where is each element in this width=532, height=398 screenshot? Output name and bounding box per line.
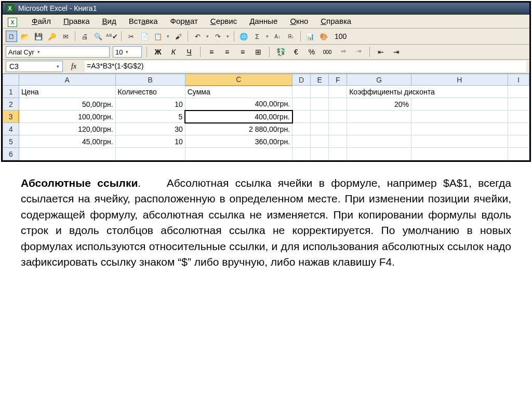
cell[interactable]: [19, 148, 115, 160]
menu-window[interactable]: Окно: [290, 17, 308, 26]
cell[interactable]: 50,00грн.: [19, 98, 115, 111]
cell[interactable]: [508, 86, 529, 98]
underline-button[interactable]: Ч: [183, 46, 195, 58]
italic-button[interactable]: К: [167, 46, 180, 58]
column-header-B[interactable]: B: [115, 74, 185, 86]
row-header-3[interactable]: 3: [3, 111, 19, 123]
cell[interactable]: [347, 123, 411, 135]
new-button[interactable]: 🗋: [6, 31, 17, 42]
bold-button[interactable]: Ж: [152, 46, 164, 58]
redo-button[interactable]: ↷: [212, 31, 223, 42]
print-button[interactable]: 🖨: [79, 31, 90, 42]
redo-dropdown-icon[interactable]: ▾: [225, 34, 230, 39]
menu-data[interactable]: Данные: [249, 17, 277, 26]
decrease-decimal-button[interactable]: ⁻⁰: [352, 46, 365, 58]
cell[interactable]: 120,00грн.: [19, 123, 115, 135]
increase-decimal-button[interactable]: ⁺⁰: [337, 46, 349, 58]
cell[interactable]: [508, 123, 529, 135]
thousands-button[interactable]: 000: [321, 46, 334, 58]
cell[interactable]: 5: [115, 111, 185, 123]
cell[interactable]: [329, 123, 347, 135]
cell[interactable]: [311, 98, 329, 111]
font-size-combo[interactable]: 10 ▾: [113, 46, 142, 58]
cell[interactable]: Количество: [115, 86, 185, 98]
cell[interactable]: [411, 123, 508, 135]
menu-help[interactable]: Справка: [321, 17, 351, 26]
cell[interactable]: 400,00грн.: [185, 111, 292, 123]
cell[interactable]: [411, 98, 508, 111]
cell[interactable]: [311, 86, 329, 98]
paste-dropdown-icon[interactable]: ▾: [166, 34, 170, 39]
row-header-5[interactable]: 5: [3, 135, 19, 148]
column-header-H[interactable]: H: [411, 74, 508, 86]
column-header-C[interactable]: C: [185, 74, 292, 86]
cell[interactable]: [292, 148, 311, 160]
cut-button[interactable]: ✂: [125, 31, 137, 42]
cell[interactable]: [292, 98, 311, 111]
column-header-I[interactable]: I: [508, 74, 529, 86]
cell[interactable]: [311, 135, 329, 148]
mail-button[interactable]: ✉: [60, 31, 71, 42]
menu-format[interactable]: Формат: [170, 17, 197, 26]
euro-button[interactable]: €: [290, 46, 302, 58]
cell[interactable]: [508, 98, 529, 111]
cell[interactable]: 45,00грн.: [19, 135, 115, 148]
align-center-button[interactable]: ≡: [221, 46, 233, 58]
cell[interactable]: 10: [115, 135, 185, 148]
percent-button[interactable]: %: [305, 46, 318, 58]
undo-button[interactable]: ↶: [192, 31, 203, 42]
currency-button[interactable]: 💱: [274, 46, 287, 58]
align-left-button[interactable]: ≡: [205, 46, 218, 58]
name-box[interactable]: C3 ▾: [6, 61, 63, 72]
merge-button[interactable]: ⊞: [252, 46, 264, 58]
chart-button[interactable]: 📊: [304, 31, 316, 42]
hyperlink-button[interactable]: 🌐: [238, 31, 249, 42]
cell[interactable]: [115, 148, 185, 160]
cell[interactable]: Сумма: [185, 86, 292, 98]
row-header-6[interactable]: 6: [3, 148, 19, 160]
cell[interactable]: [292, 111, 311, 123]
menu-file[interactable]: Файл: [32, 17, 51, 26]
cell[interactable]: [508, 111, 529, 123]
sort-asc-button[interactable]: A↓: [272, 31, 283, 42]
column-header-D[interactable]: D: [292, 74, 311, 86]
sort-desc-button[interactable]: Я↓: [285, 31, 297, 42]
spelling-button[interactable]: ᴬᴮ✔: [106, 31, 117, 42]
cell[interactable]: [347, 111, 411, 123]
increase-indent-button[interactable]: ⇥: [390, 46, 403, 58]
fx-icon[interactable]: fx: [67, 62, 81, 71]
cell[interactable]: 30: [115, 123, 185, 135]
cell[interactable]: [292, 135, 311, 148]
menu-tools[interactable]: Сервис: [210, 17, 237, 26]
select-all-corner[interactable]: [3, 74, 19, 86]
paste-button[interactable]: 📋: [152, 31, 164, 42]
cell[interactable]: Коэффициенты дисконта: [347, 86, 508, 98]
cell[interactable]: [311, 123, 329, 135]
cell[interactable]: 10: [115, 98, 185, 111]
menu-edit[interactable]: Правка: [63, 17, 90, 26]
cell[interactable]: [347, 148, 411, 160]
row-header-1[interactable]: 1: [3, 86, 19, 98]
cell[interactable]: 100,00грн.: [19, 111, 115, 123]
cell[interactable]: 360,00грн.: [185, 135, 292, 148]
cell[interactable]: [508, 148, 529, 160]
undo-dropdown-icon[interactable]: ▾: [205, 34, 210, 39]
cell[interactable]: [329, 111, 347, 123]
column-header-E[interactable]: E: [311, 74, 329, 86]
cell[interactable]: Цена: [19, 86, 115, 98]
save-button[interactable]: 💾: [33, 31, 44, 42]
autosum-dropdown-icon[interactable]: ▾: [265, 34, 270, 39]
drawing-button[interactable]: 🎨: [318, 31, 329, 42]
copy-button[interactable]: 📄: [139, 31, 150, 42]
column-header-A[interactable]: A: [19, 74, 115, 86]
cell[interactable]: 20%: [347, 98, 411, 111]
cell[interactable]: [411, 148, 508, 160]
align-right-button[interactable]: ≡: [236, 46, 249, 58]
cell[interactable]: [292, 86, 311, 98]
cell[interactable]: [411, 135, 508, 148]
cell[interactable]: 2 880,00грн.: [185, 123, 292, 135]
open-button[interactable]: 📂: [19, 31, 31, 42]
cell[interactable]: 400,00грн.: [185, 98, 292, 111]
row-header-4[interactable]: 4: [3, 123, 19, 135]
cell[interactable]: [311, 148, 329, 160]
